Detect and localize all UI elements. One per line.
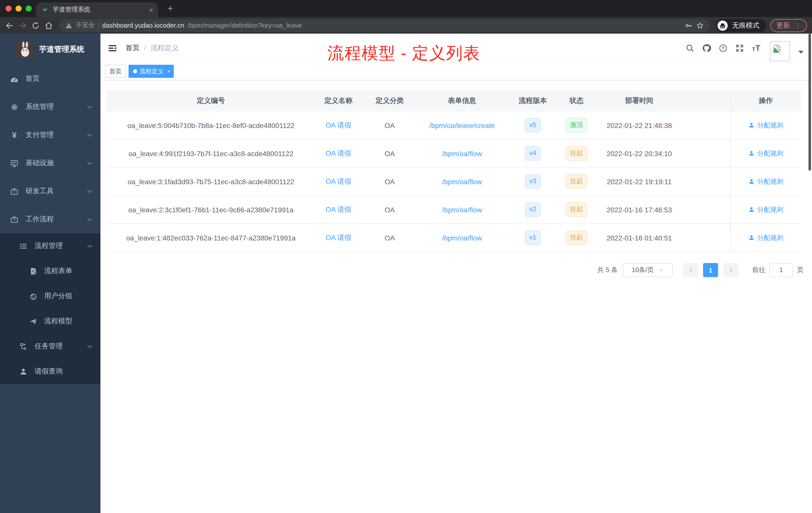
page-size-select[interactable]: 10条/页: [623, 263, 673, 277]
breadcrumb-separator: /: [144, 44, 146, 52]
browser-toolbar: 不安全 dashboard.yudao.iocoder.cn /bpm/mana…: [0, 17, 812, 34]
avatar[interactable]: [770, 41, 790, 61]
avatar-caret-icon[interactable]: [799, 51, 804, 56]
table-row: oa_leave:2:3c1f0ef1-76b1-11ec-9c66-a2380…: [107, 196, 801, 224]
tag-close-icon[interactable]: ×: [167, 68, 171, 74]
browser-update-button[interactable]: 更新 ⋮: [770, 19, 807, 32]
sidebar-item-process-management[interactable]: 流程管理: [0, 233, 100, 259]
sidebar-item-label: 研发工具: [26, 187, 87, 196]
back-icon[interactable]: [5, 21, 14, 30]
table-row: oa_leave:3:1fad3d93-7b75-11ec-a3c8-acde4…: [107, 168, 801, 196]
assign-rule-button[interactable]: 分配规则: [748, 233, 783, 242]
assign-rule-button[interactable]: 分配规则: [748, 177, 783, 186]
cell-deploy-time: 2022-01-22 20:34:10: [593, 149, 685, 157]
incognito-badge: 无痕模式: [716, 19, 766, 32]
tag-process-definition[interactable]: 流程定义 ×: [128, 65, 174, 78]
definition-name-link[interactable]: OA 请假: [326, 205, 351, 213]
assign-rule-button[interactable]: 分配规则: [748, 149, 783, 158]
sidebar-item-infra[interactable]: 基础设施: [0, 149, 100, 177]
form-link[interactable]: /bpm/oa/leave/create: [429, 121, 495, 129]
security-label[interactable]: 不安全: [76, 21, 95, 30]
sidebar-item-process-model[interactable]: 流程模型: [0, 309, 100, 334]
sidebar-item-task-management[interactable]: 任务管理: [0, 334, 100, 359]
browser-tabstrip: 芋道管理系统 × +: [0, 0, 812, 17]
status-badge: 挂起: [566, 175, 587, 189]
goto-unit: 页: [797, 266, 804, 275]
github-icon[interactable]: [702, 44, 711, 53]
assign-rule-button[interactable]: 分配规则: [748, 121, 783, 130]
status-badge: 挂起: [566, 203, 587, 217]
definition-name-link[interactable]: OA 请假: [326, 233, 351, 241]
status-badge: 激活: [566, 118, 587, 132]
url-bar[interactable]: 不安全 dashboard.yudao.iocoder.cn /bpm/mana…: [59, 19, 710, 32]
assign-rule-button[interactable]: 分配规则: [748, 205, 783, 214]
sidebar-item-label: 任务管理: [35, 342, 87, 351]
chevron-up-icon: [87, 243, 92, 249]
goto-page-input[interactable]: 1: [769, 263, 793, 277]
home-icon[interactable]: [44, 21, 53, 30]
cell-definition-id: oa_leave:5:004b710b-7b8a-11ec-8ef0-acde4…: [107, 121, 315, 129]
tab-close-icon[interactable]: ×: [149, 6, 153, 13]
definition-name-link[interactable]: OA 请假: [326, 177, 351, 185]
main-panel: 流程模型 - 定义列表 首页/流程定义 ? TT: [100, 34, 812, 513]
prev-page-button[interactable]: [683, 263, 698, 277]
page-scrollbar[interactable]: [809, 34, 811, 171]
col-header: 状态: [559, 96, 593, 105]
cell-deploy-time: 2022-01-16 01:40:51: [593, 234, 685, 242]
next-page-button[interactable]: [723, 263, 738, 277]
definition-name-link[interactable]: OA 请假: [326, 121, 351, 129]
minimize-window-button[interactable]: [16, 5, 22, 11]
reload-icon[interactable]: [31, 21, 40, 30]
form-link[interactable]: /bpm/oa/flow: [442, 177, 482, 185]
person-icon: [748, 206, 755, 213]
search-icon[interactable]: [686, 44, 695, 53]
app-title: 芋道管理系统: [39, 44, 84, 54]
table-row: oa_leave:1:482ec033-762a-11ec-8477-a2380…: [107, 224, 801, 252]
table-row: oa_leave:4:991f2193-7b7f-11ec-a3c8-acde4…: [107, 140, 801, 168]
pagination-total: 共 5 条: [597, 266, 618, 275]
col-header: 流程版本: [506, 96, 559, 105]
sidebar-item-home[interactable]: 首页: [0, 65, 100, 93]
gear-icon: [10, 103, 19, 111]
version-badge: v1: [525, 231, 541, 245]
bookmark-star-icon[interactable]: [696, 21, 704, 29]
new-tab-button[interactable]: +: [164, 2, 177, 15]
definition-name-link[interactable]: OA 请假: [326, 149, 351, 157]
cell-deploy-time: 2022-01-22 21:48:38: [593, 121, 685, 129]
cell-definition-id: oa_leave:2:3c1f0ef1-76b1-11ec-9c66-a2380…: [107, 206, 315, 214]
fullscreen-icon[interactable]: [735, 44, 745, 53]
cell-category: OA: [361, 121, 418, 129]
chevron-left-icon: [688, 267, 693, 273]
forward-icon[interactable]: [18, 21, 27, 30]
font-size-icon[interactable]: TT: [752, 44, 760, 52]
zoom-window-button[interactable]: [26, 5, 32, 11]
tag-home[interactable]: 首页: [105, 65, 126, 78]
browser-menu-icon[interactable]: ⋮: [794, 22, 801, 29]
sidebar-item-leave-query[interactable]: 请假查询: [0, 359, 100, 384]
close-window-button[interactable]: [5, 5, 11, 11]
table-header: 定义编号 定义名称 定义分类 表单信息 流程版本 状态 部署时间 操作: [107, 90, 801, 112]
sidebar-item-system[interactable]: 系统管理: [0, 93, 100, 121]
cell-definition-id: oa_leave:1:482ec033-762a-11ec-8477-a2380…: [107, 234, 315, 242]
sidebar-item-workflow[interactable]: 工作流程: [0, 205, 100, 233]
page-number-button[interactable]: 1: [703, 263, 718, 277]
help-icon[interactable]: ?: [719, 44, 728, 53]
form-link[interactable]: /bpm/oa/flow: [442, 149, 482, 157]
form-link[interactable]: /bpm/oa/flow: [442, 234, 482, 242]
incognito-icon: [717, 20, 728, 31]
list-icon: [19, 242, 28, 250]
favicon-plant-icon: [41, 6, 49, 13]
form-link[interactable]: /bpm/oa/flow: [442, 206, 482, 214]
browser-tab[interactable]: 芋道管理系统 ×: [36, 2, 158, 17]
version-badge: v4: [525, 146, 541, 161]
password-key-icon[interactable]: [685, 21, 693, 29]
sidebar-item-user-group[interactable]: 用户分组: [0, 283, 100, 309]
sidebar-item-devtools[interactable]: 研发工具: [0, 177, 100, 205]
sidebar-collapse-icon[interactable]: [108, 43, 117, 53]
app-logo-row[interactable]: 芋道管理系统: [0, 34, 100, 65]
breadcrumb-home[interactable]: 首页: [125, 44, 140, 52]
sidebar-item-process-form[interactable]: 流程表单: [0, 259, 100, 283]
version-badge: v5: [525, 118, 541, 132]
definition-table: 定义编号 定义名称 定义分类 表单信息 流程版本 状态 部署时间 操作 oa_l…: [107, 90, 801, 252]
sidebar-item-payment[interactable]: ¥ 支付管理: [0, 121, 100, 149]
